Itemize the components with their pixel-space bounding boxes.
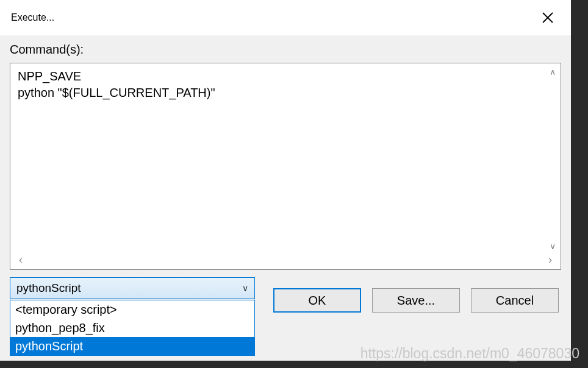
horizontal-scrollbar[interactable]: ‹ ›: [10, 252, 561, 267]
ok-button[interactable]: OK: [273, 288, 361, 313]
execute-dialog: Execute... Command(s): NPP_SAVE python "…: [0, 0, 571, 361]
dropdown-option-pep8[interactable]: python_pep8_fix: [10, 319, 254, 337]
script-dropdown[interactable]: pythonScript ∨ <temporary script> python…: [10, 277, 255, 299]
cancel-button[interactable]: Cancel: [471, 288, 559, 313]
chevron-down-icon: ∨: [242, 283, 248, 293]
dropdown-option-pythonscript[interactable]: pythonScript: [10, 337, 254, 355]
commands-label: Command(s):: [10, 43, 561, 57]
content-area: Command(s): NPP_SAVE python "$(FULL_CURR…: [0, 35, 571, 320]
commands-text: NPP_SAVE python "$(FULL_CURRENT_PATH)": [10, 63, 561, 106]
commands-textarea[interactable]: NPP_SAVE python "$(FULL_CURRENT_PATH)" ∧…: [10, 63, 561, 270]
dropdown-button[interactable]: pythonScript ∨: [10, 277, 255, 299]
watermark-text: https://blog.csdn.net/m0_46078030: [360, 345, 579, 362]
scroll-left-icon[interactable]: ‹: [19, 253, 23, 266]
close-button[interactable]: [536, 5, 560, 30]
close-icon: [542, 12, 554, 24]
button-row: OK Save... Cancel: [273, 288, 559, 313]
scroll-down-icon[interactable]: ∨: [550, 241, 556, 251]
dropdown-option-temporary[interactable]: <temporary script>: [10, 300, 254, 319]
scroll-up-icon[interactable]: ∧: [550, 67, 556, 77]
dropdown-list: <temporary script> python_pep8_fix pytho…: [10, 300, 255, 356]
save-button[interactable]: Save...: [372, 288, 460, 313]
titlebar: Execute...: [0, 0, 571, 35]
scroll-right-icon[interactable]: ›: [548, 253, 552, 266]
dropdown-selected: pythonScript: [16, 281, 81, 295]
dialog-title: Execute...: [11, 12, 54, 23]
controls-row: pythonScript ∨ <temporary script> python…: [10, 277, 561, 313]
